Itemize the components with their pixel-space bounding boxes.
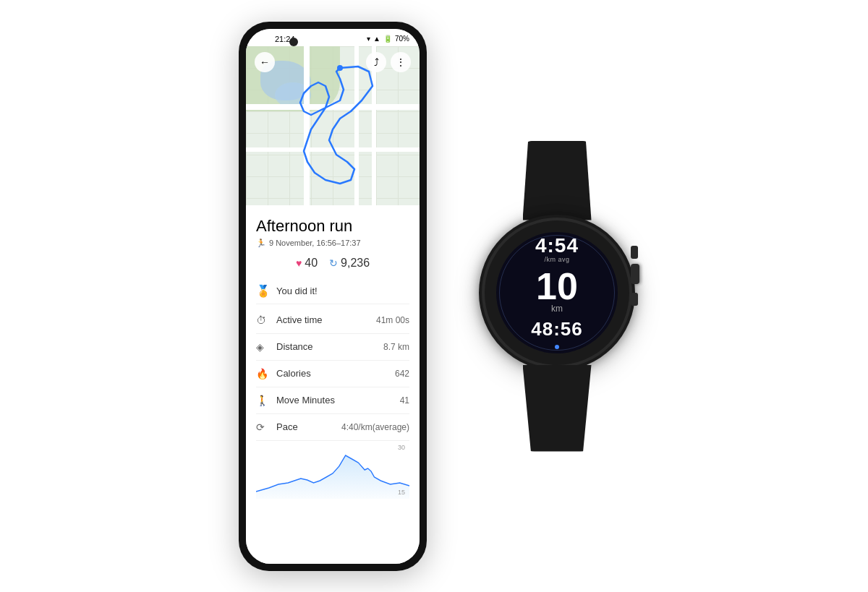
chart-area: 30 15 [256, 441, 409, 499]
watch-body: 4:54 /km avg 10 km 48:56 [485, 220, 629, 365]
active-time-label: Active time [276, 314, 376, 325]
chart-svg [256, 441, 409, 499]
steps-count: 9,236 [341, 257, 370, 270]
activity-datetime: 9 November, 16:56–17:37 [269, 239, 361, 247]
watch-button-bottom [631, 293, 638, 306]
achievement-text: You did it! [276, 286, 318, 296]
heart-stat: ♥ 40 [296, 257, 318, 270]
watch-strap-bottom [523, 365, 592, 452]
metric-pace: ⟳ Pace 4:40/km(average) [256, 414, 409, 441]
watch-strap-top [523, 141, 592, 220]
metric-calories: 🔥 Calories 642 [256, 361, 409, 387]
wifi-icon: ▾ [367, 35, 370, 43]
signal-icon: ▲ [373, 35, 380, 43]
map-area: ← ⤴ ⋮ [246, 46, 420, 205]
activity-type-icon: 🏃 [256, 239, 266, 248]
more-button[interactable]: ⋮ [391, 52, 411, 72]
phone-camera [289, 38, 298, 46]
achievement-icon: 🏅 [256, 284, 271, 298]
distance-value: 8.7 km [383, 342, 409, 352]
phone-content: Afternoon run 🏃 9 November, 16:56–17:37 … [246, 205, 420, 564]
move-minutes-value: 41 [400, 395, 409, 406]
share-button[interactable]: ⤴ [366, 52, 386, 72]
map-action-right: ⤴ ⋮ [366, 52, 411, 72]
pace-icon: ⟳ [256, 421, 271, 433]
pace-label: Pace [276, 421, 341, 432]
move-minutes-label: Move Minutes [276, 395, 400, 406]
battery-icon: 🔋 [383, 35, 392, 43]
watch-distance: 10 [536, 267, 578, 305]
distance-label: Distance [276, 341, 383, 352]
watch-time: 48:56 [531, 318, 583, 340]
status-bar: 21:24 ▾ ▲ 🔋 70% [246, 29, 420, 46]
phone-device: 21:24 ▾ ▲ 🔋 70% [239, 22, 427, 571]
achievement-row: 🏅 You did it! [256, 278, 409, 304]
watch-pace: 4:54 [535, 236, 579, 256]
metric-distance: ◈ Distance 8.7 km [256, 334, 409, 361]
watch-pace-label: /km avg [544, 256, 569, 263]
calories-value: 642 [395, 369, 409, 379]
back-button[interactable]: ← [255, 52, 275, 72]
calories-label: Calories [276, 368, 395, 379]
calories-icon: 🔥 [256, 368, 271, 379]
phone-screen: 21:24 ▾ ▲ 🔋 70% [246, 29, 420, 564]
status-icons: ▾ ▲ 🔋 70% [367, 35, 409, 43]
watch-device: 4:54 /km avg 10 km 48:56 [485, 141, 629, 452]
active-time-icon: ⏱ [256, 314, 271, 326]
activity-subtitle: 🏃 9 November, 16:56–17:37 [256, 239, 409, 248]
battery-level: 70% [395, 35, 409, 43]
watch-distance-unit: km [551, 304, 563, 314]
activity-title: Afternoon run [256, 217, 409, 236]
metric-move-minutes: 🚶 Move Minutes 41 [256, 387, 409, 414]
move-minutes-icon: 🚶 [256, 395, 271, 406]
chart-label-bottom: 15 [398, 489, 405, 496]
watch-button-top [631, 246, 638, 259]
heart-count: 40 [305, 257, 318, 270]
distance-icon: ◈ [256, 341, 271, 353]
map-actions: ← ⤴ ⋮ [246, 46, 420, 78]
watch-screen: 4:54 /km avg 10 km 48:56 [496, 232, 618, 353]
metric-active-time: ⏱ Active time 41m 00s [256, 307, 409, 334]
active-time-value: 41m 00s [376, 315, 409, 325]
pace-value: 4:40/km(average) [341, 422, 409, 432]
watch-crown [631, 264, 639, 284]
steps-icon: ↻ [329, 257, 338, 269]
steps-stat: ↻ 9,236 [329, 257, 370, 270]
chart-label-top: 30 [398, 444, 405, 451]
heart-icon: ♥ [296, 257, 302, 269]
watch-indicator-dot [555, 345, 559, 349]
scene: 21:24 ▾ ▲ 🔋 70% [0, 0, 868, 592]
activity-stats-row: ♥ 40 ↻ 9,236 [256, 257, 409, 270]
